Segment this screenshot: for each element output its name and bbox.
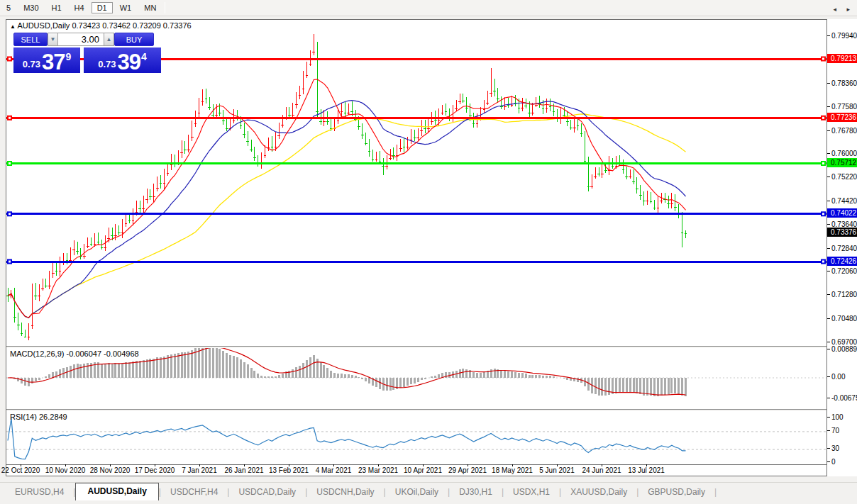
timeframe-button-M30[interactable]: M30 — [18, 2, 44, 13]
tab-separator: | — [714, 487, 717, 500]
tab-audusd-daily[interactable]: AUDUSD,Daily — [75, 483, 158, 500]
timeframe-button-D1[interactable]: D1 — [92, 2, 113, 13]
price-axis: 0.799400.791600.783600.775800.767800.760… — [827, 19, 857, 476]
timeframe-button-H1[interactable]: H1 — [46, 2, 67, 13]
sell-button[interactable]: SELL — [13, 33, 48, 46]
macd-values: -0.006047 -0.004968 — [66, 349, 138, 358]
tab-usdcnh-daily[interactable]: USDCNH,Daily — [307, 484, 383, 500]
level-price-badge: 0.74022 — [827, 208, 857, 218]
tab-usdx-h1[interactable]: USDX,H1 — [504, 484, 559, 500]
tab-xauusd-daily[interactable]: XAUUSD,Daily — [561, 484, 636, 500]
timeframe-button-H4[interactable]: H4 — [69, 2, 90, 13]
date-label: 5 Jun 2021 — [539, 466, 575, 474]
date-label: 28 Nov 2020 — [90, 466, 131, 474]
toolbar-separator — [165, 2, 165, 13]
date-label: 13 Jul 2021 — [628, 466, 665, 474]
level-price-badge: 0.79213 — [827, 54, 857, 63]
ohlc-readout: 0.73423 0.73462 0.73209 0.73376 — [72, 21, 191, 30]
chart-title: ▲ AUDUSD,Daily 0.73423 0.73462 0.73209 0… — [10, 21, 192, 30]
timeframe-button-5[interactable]: 5 — [1, 2, 16, 13]
date-label: 22 Oct 2020 — [1, 466, 40, 474]
volume-increase-icon[interactable]: ▲ — [104, 33, 114, 46]
volume-input[interactable] — [58, 33, 104, 46]
price-chart-panel[interactable]: ▲ AUDUSD,Daily 0.73423 0.73462 0.73209 0… — [6, 20, 826, 346]
date-label: 18 May 2021 — [492, 466, 533, 474]
current-price-badge: 0.73376 — [827, 228, 857, 237]
tab-usdcad-daily[interactable]: USDCAD,Daily — [229, 484, 305, 500]
tab-ukoil-daily[interactable]: UKOil,Daily — [386, 484, 448, 500]
date-label: 10 Apr 2021 — [404, 466, 442, 474]
level-price-badge: 0.72426 — [827, 257, 857, 266]
tab-scroll-arrows[interactable]: ◂ ▸ — [833, 6, 854, 13]
level-price-badge: 0.77236 — [827, 113, 857, 122]
date-label: 17 Dec 2020 — [135, 466, 175, 474]
sell-price-big: 37 — [42, 52, 65, 72]
timeframe-button-MN[interactable]: MN — [138, 2, 162, 13]
sell-price-box[interactable]: 0.73 37 9 — [13, 47, 80, 73]
date-label: 10 Nov 2020 — [45, 466, 86, 474]
chart-tab-bar: EURUSD,H4|AUDUSD,Daily|USDCHF,H4|USDCAD,… — [0, 482, 857, 500]
date-label: 23 Mar 2021 — [358, 466, 398, 474]
buy-price-big: 39 — [118, 52, 140, 72]
date-label: 24 Jun 2021 — [582, 466, 621, 474]
buy-price-prefix: 0.73 — [98, 59, 116, 69]
tab-dj30-h1[interactable]: DJ30,H1 — [450, 484, 502, 500]
tab-usdchf-h4[interactable]: USDCHF,H4 — [161, 484, 227, 500]
rsi-label: RSI(14) — [10, 413, 37, 421]
date-label: 29 Apr 2021 — [448, 466, 487, 474]
date-label: 13 Feb 2021 — [269, 466, 309, 474]
sell-price-prefix: 0.73 — [23, 59, 40, 69]
collapse-triangle-icon[interactable]: ▲ — [10, 23, 16, 30]
rsi-panel[interactable]: RSI(14) 26.2849 — [6, 411, 826, 464]
trading-platform-window: 5M30H1H4D1W1MN ▲ AUDUSD,Daily 0.73423 0.… — [0, 0, 857, 504]
macd-panel[interactable]: MACD(12,26,9) -0.006047 -0.004968 — [6, 348, 826, 409]
tab-eurusd-h4[interactable]: EURUSD,H4 — [6, 484, 73, 500]
volume-decrease-icon[interactable]: ▼ — [48, 33, 58, 46]
one-click-trading-widget: SELL ▼ ▲ BUY 0.73 37 9 0.73 39 4 — [13, 33, 161, 73]
date-label: 4 Mar 2021 — [316, 466, 352, 474]
rsi-value: 26.2849 — [39, 413, 67, 421]
symbol-period-label: AUDUSD,Daily — [17, 21, 70, 30]
buy-button[interactable]: BUY — [114, 33, 154, 46]
timeframe-toolbar: 5M30H1H4D1W1MN — [0, 0, 857, 16]
rsi-chart — [6, 411, 826, 464]
date-label: 7 Jan 2021 — [182, 466, 217, 474]
buy-price-pip: 4 — [141, 51, 147, 62]
buy-price-box[interactable]: 0.73 39 4 — [84, 47, 161, 73]
timeframe-button-W1[interactable]: W1 — [114, 2, 138, 13]
macd-label: MACD(12,26,9) — [10, 349, 64, 358]
date-axis: 22 Oct 202010 Nov 202028 Nov 202017 Dec … — [6, 464, 826, 476]
chart-window: ▲ AUDUSD,Daily 0.73423 0.73462 0.73209 0… — [6, 19, 827, 476]
tab-gbpusd-daily[interactable]: GBPUSD,Daily — [638, 484, 714, 500]
sell-price-pip: 9 — [66, 51, 72, 62]
level-price-badge: 0.75712 — [827, 158, 857, 167]
date-label: 26 Jan 2021 — [224, 466, 263, 474]
